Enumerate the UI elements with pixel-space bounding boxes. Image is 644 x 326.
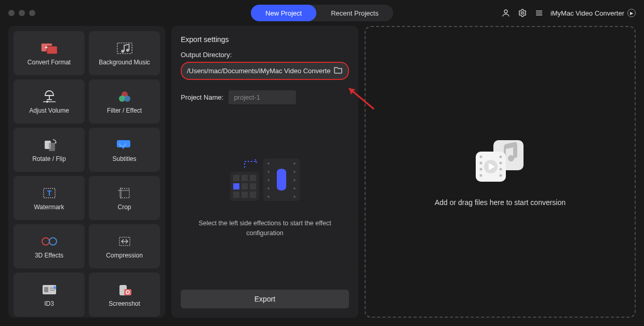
svg-point-60	[480, 162, 482, 165]
minimize-window-icon[interactable]	[19, 10, 25, 16]
svg-point-61	[480, 168, 482, 171]
project-name-label: Project Name:	[181, 93, 223, 101]
svg-point-65	[500, 168, 502, 171]
tool-crop[interactable]: Crop	[89, 176, 160, 220]
svg-point-24	[49, 238, 57, 245]
settings-icon[interactable]	[517, 8, 528, 18]
svg-rect-50	[242, 183, 248, 189]
watermark-icon: T	[41, 186, 58, 200]
output-directory-field[interactable]: /Users/mac/Documents/iMyMac Video Conver…	[181, 62, 349, 80]
svg-point-62	[480, 174, 482, 177]
svg-point-38	[267, 187, 270, 189]
drop-hint-text: Add or drag files here to start conversi…	[435, 198, 566, 207]
project-tabs: New Project Recent Projects	[251, 5, 393, 21]
tool-background-music[interactable]: Background Music	[89, 31, 160, 75]
tool-adjust-volume[interactable]: Adjust Volume	[14, 79, 85, 124]
tools-sidebar: Convert Format Background Music Adjust V…	[8, 26, 165, 318]
tab-label: New Project	[265, 9, 302, 17]
svg-rect-51	[250, 183, 256, 189]
svg-point-23	[42, 238, 49, 245]
crop-icon	[116, 186, 133, 200]
app-name-label: iMyMac Video Converter	[551, 9, 624, 17]
svg-point-13	[46, 101, 48, 103]
svg-point-40	[293, 162, 296, 165]
tool-compression[interactable]: Compression	[89, 224, 160, 268]
svg-rect-47	[242, 175, 248, 181]
svg-point-39	[267, 196, 270, 198]
account-icon[interactable]	[501, 8, 511, 18]
svg-point-16	[124, 96, 130, 102]
svg-rect-52	[233, 192, 239, 198]
subtitles-icon	[116, 138, 133, 152]
tab-recent-projects[interactable]: Recent Projects	[316, 5, 393, 21]
svg-point-36	[267, 171, 270, 173]
svg-marker-56	[349, 88, 355, 94]
maximize-window-icon[interactable]	[29, 10, 35, 16]
project-name-input[interactable]	[229, 90, 296, 104]
svg-rect-18	[49, 143, 55, 151]
convert-format-icon	[41, 41, 58, 56]
tool-label: Screenshot	[109, 300, 140, 307]
svg-point-42	[293, 179, 296, 181]
effect-hint-text: Select the left side effections to start…	[192, 219, 338, 238]
tool-filter-effect[interactable]: Filter / Effect	[89, 79, 160, 124]
3d-effects-icon	[41, 234, 58, 249]
tool-watermark[interactable]: T Watermark	[14, 176, 85, 220]
svg-point-43	[293, 187, 296, 189]
svg-point-59	[480, 156, 482, 158]
tool-label: ID3	[44, 300, 54, 307]
tab-new-project[interactable]: New Project	[251, 5, 316, 21]
svg-rect-53	[242, 192, 248, 198]
svg-point-66	[500, 174, 502, 177]
tool-label: Subtitles	[112, 155, 136, 162]
effect-placeholder: Select the left side effections to start…	[181, 104, 349, 286]
output-directory-label: Output Directory:	[181, 51, 349, 59]
svg-point-1	[521, 12, 524, 15]
screenshot-icon	[116, 282, 133, 297]
browse-folder-icon[interactable]	[333, 66, 343, 76]
menu-icon[interactable]	[534, 8, 544, 18]
tool-label: 3D Effects	[35, 252, 63, 259]
file-drop-zone[interactable]: Add or drag files here to start conversi…	[365, 26, 636, 318]
adjust-volume-icon	[41, 89, 58, 104]
app-name: iMyMac Video Converter ▶	[551, 9, 636, 17]
titlebar-right: iMyMac Video Converter ▶	[501, 8, 636, 18]
export-settings-title: Export settings	[181, 35, 349, 44]
tab-label: Recent Projects	[331, 9, 379, 17]
play-icon: ▶	[627, 9, 636, 17]
output-directory-value: /Users/mac/Documents/iMyMac Video Conver…	[187, 67, 330, 75]
export-button-label: Export	[254, 295, 275, 303]
tool-label: Watermark	[34, 203, 64, 211]
tool-label: Convert Format	[28, 59, 71, 66]
svg-rect-28	[44, 287, 48, 292]
svg-rect-32	[124, 289, 131, 295]
svg-point-0	[504, 10, 507, 13]
tool-label: Rotate / Flip	[32, 155, 66, 162]
window-controls	[8, 10, 35, 16]
tool-convert-format[interactable]: Convert Format	[14, 31, 85, 75]
svg-rect-46	[233, 175, 239, 181]
effect-illustration-icon	[226, 152, 304, 209]
tool-label: Filter / Effect	[107, 107, 142, 114]
tool-subtitles[interactable]: Subtitles	[89, 128, 160, 172]
svg-point-64	[500, 162, 502, 165]
svg-point-37	[267, 179, 270, 181]
main-layout: Convert Format Background Music Adjust V…	[0, 26, 644, 326]
svg-rect-49	[233, 183, 239, 189]
id3-icon	[41, 282, 58, 297]
svg-point-63	[500, 156, 502, 158]
tool-3d-effects[interactable]: 3D Effects	[14, 224, 85, 268]
export-button[interactable]: Export	[181, 290, 349, 308]
tool-label: Background Music	[99, 59, 150, 66]
svg-text:T: T	[47, 189, 51, 197]
tool-label: Compression	[106, 252, 143, 259]
tool-label: Crop	[117, 203, 131, 211]
svg-rect-48	[250, 175, 256, 181]
tool-id3[interactable]: ID3	[14, 273, 85, 317]
tool-screenshot[interactable]: Screenshot	[89, 273, 160, 317]
tool-rotate-flip[interactable]: Rotate / Flip	[14, 128, 85, 172]
svg-point-41	[293, 171, 296, 173]
close-window-icon[interactable]	[8, 10, 15, 16]
svg-rect-6	[46, 46, 57, 53]
compression-icon	[116, 234, 133, 249]
